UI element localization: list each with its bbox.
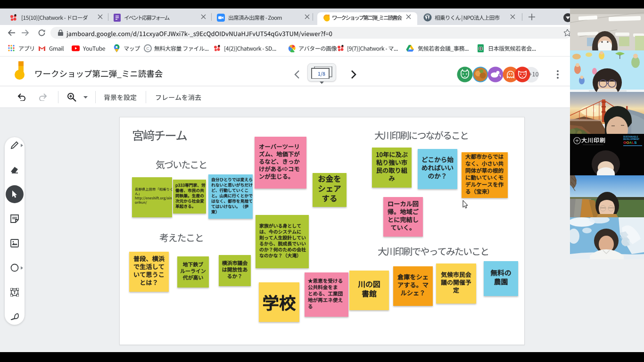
svg-text:C: C	[146, 46, 149, 51]
